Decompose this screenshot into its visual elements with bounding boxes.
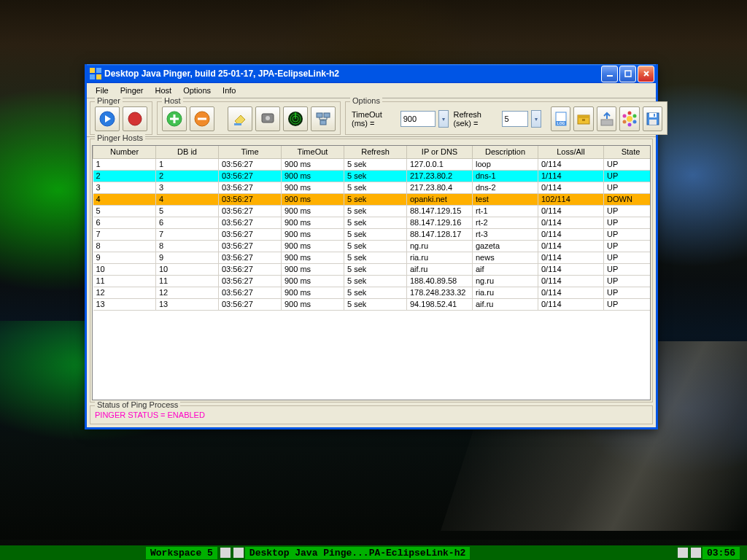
table-cell: 6 bbox=[156, 217, 219, 228]
table-cell: UP bbox=[604, 240, 651, 252]
table-cell: 03:56:27 bbox=[219, 252, 282, 263]
svg-rect-0 bbox=[607, 75, 613, 77]
timeout-input[interactable] bbox=[400, 111, 436, 127]
svg-rect-6 bbox=[198, 118, 206, 120]
timeout-spinner[interactable]: ▾ bbox=[438, 110, 449, 128]
column-header[interactable]: Loss/All bbox=[538, 146, 604, 158]
taskbar-tray-icon[interactable] bbox=[678, 548, 688, 558]
minimize-button[interactable] bbox=[601, 66, 618, 82]
table-cell: 900 ms bbox=[282, 205, 344, 217]
table-cell: 102/114 bbox=[538, 193, 604, 205]
host-add-button[interactable] bbox=[162, 106, 187, 131]
svg-rect-20 bbox=[578, 115, 589, 118]
table-row[interactable]: 7703:56:27900 ms5 sek88.147.128.17rt-30/… bbox=[93, 228, 651, 240]
svg-point-28 bbox=[623, 120, 627, 124]
column-header[interactable]: Number bbox=[93, 146, 156, 158]
table-cell: UP bbox=[604, 275, 651, 287]
maximize-button[interactable] bbox=[619, 66, 636, 82]
column-header[interactable]: TimeOut bbox=[282, 146, 344, 158]
pinger-start-button[interactable] bbox=[95, 106, 120, 131]
host-clear-button[interactable] bbox=[228, 106, 252, 131]
table-cell: 03:56:27 bbox=[219, 287, 282, 298]
refresh-spinner[interactable]: ▾ bbox=[531, 110, 542, 128]
taskbar-workspace[interactable]: Workspace 5 bbox=[146, 547, 217, 559]
column-header[interactable]: Description bbox=[473, 146, 538, 158]
menu-info[interactable]: Info bbox=[217, 85, 241, 96]
table-cell: 5 bbox=[93, 205, 156, 217]
save-button[interactable] bbox=[643, 106, 662, 131]
menu-pinger[interactable]: Pinger bbox=[115, 85, 150, 96]
table-cell: rt-2 bbox=[473, 217, 538, 228]
menu-file[interactable]: File bbox=[90, 85, 115, 96]
host-scan-button[interactable] bbox=[283, 106, 308, 131]
table-cell: 5 sek bbox=[344, 170, 407, 182]
toolbar: Pinger Host Options TimeOut (ms) = ▾ Ref… bbox=[87, 98, 656, 137]
taskbar-tray-icon[interactable] bbox=[691, 548, 701, 558]
menu-host[interactable]: Host bbox=[150, 85, 178, 96]
menu-options[interactable]: Options bbox=[177, 85, 217, 96]
table-cell: 900 ms bbox=[282, 275, 344, 287]
table-cell: 127.0.0.1 bbox=[407, 158, 473, 170]
archive-button[interactable] bbox=[573, 106, 593, 131]
table-cell: 900 ms bbox=[282, 228, 344, 240]
refresh-input[interactable] bbox=[502, 111, 528, 127]
table-row[interactable]: 121203:56:27900 ms5 sek178.248.233.32ria… bbox=[93, 287, 651, 298]
table-row[interactable]: 5503:56:27900 ms5 sek88.147.129.15rt-10/… bbox=[93, 205, 651, 217]
taskbar-app[interactable]: Desktop Java Pinge...PA-EclipseLink-h2 bbox=[245, 547, 470, 559]
close-button[interactable] bbox=[638, 66, 654, 82]
table-row[interactable]: 8803:56:27900 ms5 sekng.rugazeta0/114UP bbox=[93, 240, 651, 252]
host-edit-button[interactable] bbox=[255, 106, 280, 131]
table-row[interactable]: 4403:56:27900 ms5 sekopanki.nettest102/1… bbox=[93, 193, 651, 205]
table-cell: 900 ms bbox=[282, 217, 344, 228]
table-row[interactable]: 2203:56:27900 ms5 sek217.23.80.2dns-11/1… bbox=[93, 170, 651, 182]
column-header[interactable]: State bbox=[604, 146, 651, 158]
table-row[interactable]: 1103:56:27900 ms5 sek127.0.0.1loop0/114U… bbox=[93, 158, 651, 170]
table-row[interactable]: 3303:56:27900 ms5 sek217.23.80.4dns-20/1… bbox=[93, 182, 651, 193]
table-cell: 03:56:27 bbox=[219, 240, 282, 252]
table-row[interactable]: 131303:56:27900 ms5 sek94.198.52.41aif.r… bbox=[93, 298, 651, 310]
table-cell: 217.23.80.2 bbox=[407, 170, 473, 182]
table-cell: 0/114 bbox=[538, 217, 604, 228]
table-cell: 03:56:27 bbox=[219, 182, 282, 193]
table-cell: 188.40.89.58 bbox=[407, 275, 473, 287]
table-cell: aif.ru bbox=[473, 298, 538, 310]
table-cell: 1 bbox=[93, 158, 156, 170]
column-header[interactable]: Refresh bbox=[344, 146, 407, 158]
table-row[interactable]: 111103:56:27900 ms5 sek188.40.89.58ng.ru… bbox=[93, 275, 651, 287]
taskbar[interactable]: Workspace 5 Desktop Java Pinge...PA-Ecli… bbox=[0, 545, 747, 560]
table-cell: 03:56:27 bbox=[219, 263, 282, 275]
svg-rect-1 bbox=[625, 71, 631, 77]
table-cell: 0/114 bbox=[538, 287, 604, 298]
timeout-label: TimeOut (ms) = bbox=[352, 110, 396, 128]
table-cell: 7 bbox=[156, 228, 219, 240]
table-cell: 12 bbox=[156, 287, 219, 298]
host-group: Host bbox=[157, 101, 341, 135]
column-header[interactable]: Time bbox=[219, 146, 282, 158]
settings-button[interactable] bbox=[619, 106, 639, 131]
table-cell: 2 bbox=[156, 170, 219, 182]
svg-rect-33 bbox=[654, 114, 655, 117]
table-cell: UP bbox=[604, 182, 651, 193]
table-cell: 03:56:27 bbox=[219, 193, 282, 205]
table-cell: gazeta bbox=[473, 240, 538, 252]
table-cell: aif.ru bbox=[407, 263, 473, 275]
log-button[interactable]: LOG bbox=[551, 106, 570, 131]
export-button[interactable] bbox=[597, 106, 616, 131]
table-cell: 900 ms bbox=[282, 170, 344, 182]
table-cell: 03:56:27 bbox=[219, 158, 282, 170]
status-text: PINGER STATUS = ENABLED bbox=[95, 411, 648, 419]
table-cell: 0/114 bbox=[538, 298, 604, 310]
table-row[interactable]: 9903:56:27900 ms5 sekria.runews0/114UP bbox=[93, 252, 651, 263]
titlebar[interactable]: Desktop Java Pinger, build 25-01-17, JPA… bbox=[87, 64, 656, 83]
table-cell: 88.147.129.16 bbox=[407, 217, 473, 228]
column-header[interactable]: DB id bbox=[156, 146, 219, 158]
table-row[interactable]: 6603:56:27900 ms5 sek88.147.129.16rt-20/… bbox=[93, 217, 651, 228]
host-remove-button[interactable] bbox=[190, 106, 214, 131]
host-network-button[interactable] bbox=[311, 106, 336, 131]
table-cell: loop bbox=[473, 158, 538, 170]
column-header[interactable]: IP or DNS bbox=[407, 146, 473, 158]
hosts-table-container[interactable]: NumberDB idTimeTimeOutRefreshIP or DNSDe… bbox=[92, 145, 651, 400]
table-cell: 5 sek bbox=[344, 298, 407, 310]
table-row[interactable]: 101003:56:27900 ms5 sekaif.ruaif0/114UP bbox=[93, 263, 651, 275]
pinger-stop-button[interactable] bbox=[123, 106, 147, 131]
